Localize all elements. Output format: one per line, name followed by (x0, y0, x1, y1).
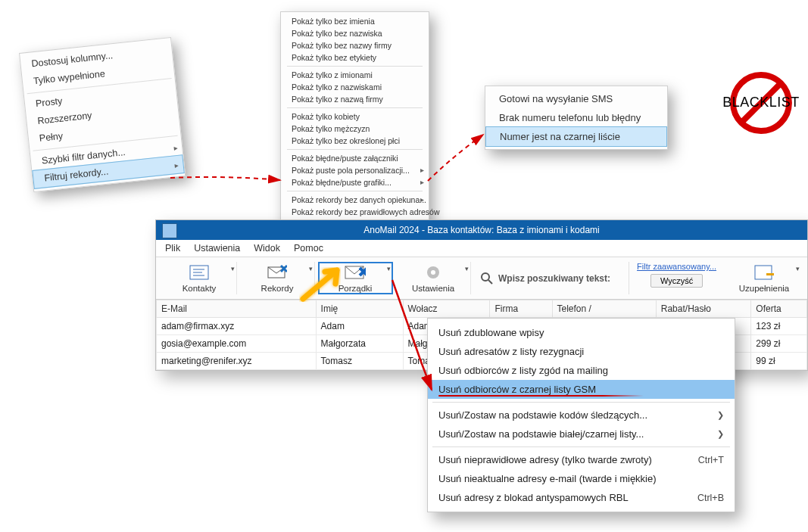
menu-item[interactable]: Pokaż tylko z imionami (281, 69, 429, 81)
fill-icon (753, 263, 775, 282)
menu-item[interactable]: Usuń/Zostaw na podstawie kodów śledzącyc… (428, 406, 735, 425)
menu-plik[interactable]: Plik (165, 243, 180, 254)
toolbar-kontakty[interactable]: ▾ Kontakty (162, 262, 237, 294)
table-cell: Tomasz (316, 353, 403, 370)
menu-item[interactable]: Pokaż tylko z nazwiskami (281, 81, 429, 93)
menu-item[interactable]: Pokaż rekordy bez danych opiekuna...▸ (281, 194, 429, 206)
menu-item[interactable]: Pokaż puste pola personalizacji...▸ (281, 164, 429, 176)
table-header-row[interactable]: E-MailImięWołaczFirmaTelefon /Rabat/Hasł… (157, 300, 807, 318)
context-menu-sms-filter[interactable]: Gotowi na wysyłanie SMSBrak numeru telef… (485, 86, 668, 150)
records-icon (267, 263, 288, 282)
table-cell: marketing@renifer.xyz (157, 353, 317, 370)
table-column-header[interactable]: Telefon / (552, 300, 656, 318)
menu-separator (287, 107, 423, 108)
toolbar-porzadki[interactable]: ▾ Porządki (318, 262, 393, 294)
title-text: AnoMail 2024 - Baza kontaktów: Baza z im… (363, 225, 599, 235)
menu-shortcut: Ctrl+B (697, 493, 724, 503)
toolbar-ustawienia-label: Ustawienia (412, 284, 454, 293)
svg-point-14 (482, 273, 489, 281)
menu-item[interactable]: Pokaż tylko bez określonej płci (281, 135, 429, 147)
menu-item[interactable]: Usuń adresatów z listy rezygnacji (428, 342, 735, 361)
app-icon (162, 223, 177, 238)
dropdown-icon[interactable]: ▾ (796, 265, 800, 272)
menu-item[interactable]: Pokaż tylko bez nazwy firmy (281, 39, 429, 51)
table-column-header[interactable]: Firma (490, 300, 552, 318)
menu-item[interactable]: Numer jest na czarnej liście (485, 126, 667, 147)
table-cell: 299 zł (751, 335, 807, 353)
table-cell: gosia@example.com (157, 335, 317, 353)
menu-bar[interactable]: Plik Ustawienia Widok Pomoc (156, 240, 807, 257)
menu-item[interactable]: Usuń/Zostaw na podstawie białej/czarnej … (428, 425, 735, 443)
menu-item[interactable]: Usuń nieprawidłowe adresy (tylko twarde … (428, 450, 735, 469)
advanced-filter-link[interactable]: Filtr zaawansowany... (637, 262, 716, 271)
svg-rect-17 (766, 273, 774, 275)
menu-item[interactable]: Pokaż tylko kobiety (281, 110, 429, 123)
svg-rect-16 (755, 266, 772, 279)
title-bar: AnoMail 2024 - Baza kontaktów: Baza z im… (156, 220, 807, 240)
menu-item-label: Usuń adresy z blokad antyspamowych RBL (438, 492, 629, 503)
menu-item-label: Usuń nieprawidłowe adresy (tylko twarde … (438, 454, 652, 465)
toolbar-rekordy-label: Rekordy (261, 284, 294, 293)
menu-separator (287, 66, 423, 67)
chevron-right-icon: ▸ (420, 178, 424, 187)
gear-icon (423, 263, 444, 282)
menu-separator (287, 191, 423, 191)
menu-item[interactable]: Pokaż tylko z nazwą firmy (281, 93, 429, 105)
menu-item-label: Usuń zdublowane wpisy (438, 327, 544, 338)
menu-item[interactable]: Pokaż błędne/puste załączniki (281, 152, 429, 164)
chevron-right-icon: ❯ (717, 410, 724, 420)
menu-item[interactable]: Brak numeru telefonu lub błędny (485, 108, 667, 127)
table-column-header[interactable]: Imię (316, 300, 403, 318)
menu-item[interactable]: Usuń zdublowane wpisy (428, 323, 735, 342)
menu-item[interactable]: Usuń nieaktualne adresy e-mail (twarde i… (428, 469, 735, 488)
menu-item[interactable]: Usuń odbiorców z czarnej listy GSM (428, 380, 735, 399)
menu-item-label: Usuń/Zostaw na podstawie białej/czarnej … (438, 428, 644, 440)
menu-separator (287, 149, 423, 150)
menu-item[interactable]: Pokaż tylko bez etykiety (281, 51, 429, 64)
blacklist-label: BLACKLIST (722, 95, 800, 110)
table-column-header[interactable]: Wołacz (403, 300, 490, 318)
menu-item[interactable]: Pokaż tylko bez nazwiska (281, 27, 429, 39)
context-menu-adjust-columns[interactable]: Dostosuj kolumny...Tylko wypełnioneProst… (19, 37, 186, 192)
search-label: Wpisz poszukiwany tekst: (498, 273, 610, 284)
menu-widok[interactable]: Widok (254, 243, 280, 254)
chevron-right-icon: ▸ (420, 166, 424, 175)
menu-item[interactable]: Gotowi na wysyłanie SMS (485, 89, 667, 108)
menu-item[interactable]: Usuń odbiorców z listy zgód na mailing (428, 361, 735, 380)
menu-item[interactable]: Usuń adresy z blokad antyspamowych RBLCt… (428, 488, 735, 507)
menu-ustawienia[interactable]: Ustawienia (194, 243, 240, 254)
table-cell: 123 zł (751, 318, 807, 335)
menu-item[interactable]: Pokaż błędne/puste grafiki...▸ (281, 176, 429, 188)
porzadki-context-menu[interactable]: Usuń zdublowane wpisyUsuń adresatów z li… (427, 318, 735, 512)
menu-item[interactable]: Pokaż rekordy bez prawidłowych adresów (281, 206, 429, 218)
toolbar-filter-box: Filtr zaawansowany... Wyczyść (629, 262, 724, 294)
menu-item[interactable]: Pokaż tylko mężczyzn (281, 123, 429, 135)
svg-point-13 (431, 270, 435, 275)
menu-pomoc[interactable]: Pomoc (294, 243, 323, 254)
table-column-header[interactable]: Rabat/Hasło (656, 300, 751, 318)
menu-item-label: Usuń nieaktualne adresy e-mail (twarde i… (438, 473, 657, 484)
annotation-underline (438, 395, 644, 397)
table-column-header[interactable]: E-Mail (157, 300, 317, 318)
toolbar-ustawienia[interactable]: ▾ Ustawienia (396, 262, 471, 294)
toolbar-uzupelnienia-label: Uzupełnienia (739, 284, 790, 293)
chevron-right-icon: ❯ (717, 429, 724, 439)
dropdown-icon[interactable]: ▾ (309, 265, 313, 272)
dropdown-icon[interactable]: ▾ (465, 265, 469, 272)
table-column-header[interactable]: Oferta (751, 300, 807, 318)
menu-item-label: Usuń/Zostaw na podstawie kodów śledzącyc… (438, 409, 647, 421)
table-cell: Adam (316, 318, 403, 335)
toolbar-uzupelnienia[interactable]: ▾ Uzupełnienia (727, 262, 801, 294)
chevron-right-icon: ▸ (420, 195, 424, 204)
toolbar-rekordy[interactable]: ▾ Rekordy (240, 262, 315, 294)
clear-button[interactable]: Wyczyść (650, 274, 703, 288)
contacts-icon (189, 263, 210, 282)
table-cell: adam@firmax.xyz (157, 318, 317, 335)
chevron-right-icon: ▸ (173, 142, 178, 153)
menu-item-label: Usuń adresatów z listy rezygnacji (438, 346, 584, 357)
dropdown-icon[interactable]: ▾ (231, 265, 235, 272)
dropdown-icon[interactable]: ▾ (387, 265, 391, 272)
toolbar-porzadki-label: Porządki (338, 284, 373, 293)
menu-separator (432, 446, 730, 447)
menu-item[interactable]: Pokaż tylko bez imienia (281, 15, 429, 27)
